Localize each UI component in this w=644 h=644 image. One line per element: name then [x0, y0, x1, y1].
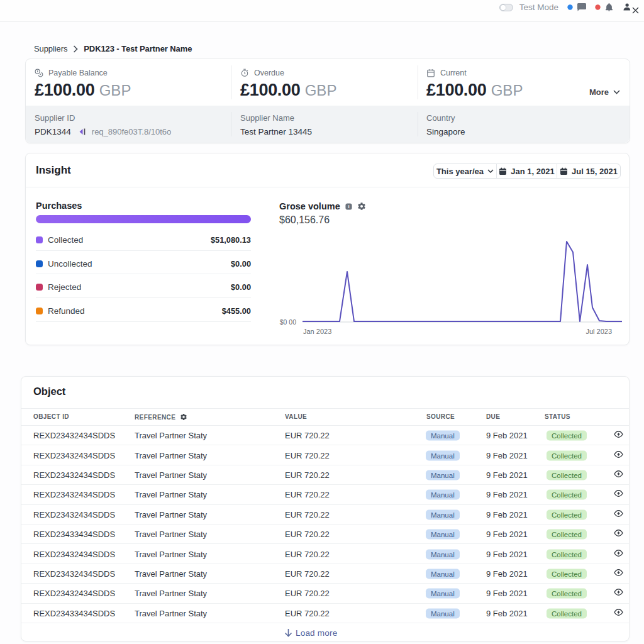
svg-text:Jul 2023: Jul 2023	[586, 328, 612, 335]
svg-text:$0 00: $0 00	[280, 318, 296, 326]
svg-text:Jan 2023: Jan 2023	[303, 328, 331, 335]
